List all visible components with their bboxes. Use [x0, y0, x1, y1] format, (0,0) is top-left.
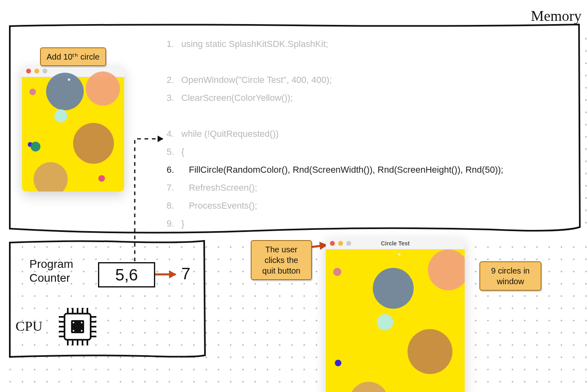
drawn-circle: [29, 89, 36, 95]
cpu-chip-icon: [53, 302, 102, 351]
program-counter-label: Program Counter: [29, 257, 95, 285]
program-counter-next: 7: [181, 265, 190, 283]
svg-point-4: [73, 330, 74, 332]
code-line: 4. while (!QuitRequested()): [167, 125, 503, 143]
sticky-add-circle: Add 10ᵗʰ circle: [40, 47, 106, 66]
drawn-circle: [408, 329, 452, 374]
code-line: 9. }: [167, 215, 503, 233]
drawn-circle: [33, 162, 68, 192]
code-line: 2. OpenWindow("Circle Test", 400, 400);: [167, 71, 503, 89]
drawn-circle: [335, 360, 341, 366]
minimize-icon[interactable]: [34, 69, 39, 74]
drawn-circle: [98, 175, 105, 182]
drawn-circle: [333, 268, 341, 276]
sticky-circle-count: 9 circles in window: [479, 261, 541, 291]
window-title: Circle Test: [326, 240, 465, 247]
drawn-circle: [31, 142, 40, 151]
program-counter-box: 5,6: [98, 262, 155, 287]
code-listing: 1. using static SplashKitSDK.SplashKit; …: [167, 35, 503, 233]
close-icon[interactable]: [26, 69, 31, 74]
svg-point-5: [81, 330, 82, 332]
sticky-user-quit: The user clicks the quit button: [251, 240, 312, 280]
drawn-circle: [349, 382, 388, 392]
code-line: 7. RefreshScreen();: [167, 179, 503, 197]
svg-point-3: [81, 322, 82, 323]
code-line: 5. {: [167, 143, 503, 161]
code-line: 6. FillCircle(RandomColor(), Rnd(ScreenW…: [167, 161, 503, 179]
code-line: [167, 107, 503, 125]
drawn-circle: [398, 253, 401, 256]
drawn-circle: [86, 71, 120, 106]
program-window-large: Circle Test: [326, 238, 465, 392]
memory-label: Memory: [531, 7, 581, 24]
drawn-circle: [46, 73, 84, 110]
drawn-circle: [54, 109, 67, 122]
code-line: 3. ClearScreen(ColorYellow());: [167, 89, 503, 107]
drawn-circle: [428, 249, 465, 290]
drawn-circle: [73, 123, 114, 164]
code-line: [167, 53, 503, 71]
program-window-small: [22, 65, 124, 192]
zoom-icon[interactable]: [42, 69, 47, 74]
code-line: 8. ProcessEvents();: [167, 197, 503, 215]
drawn-circle: [377, 314, 393, 330]
code-line: 1. using static SplashKitSDK.SplashKit;: [167, 35, 503, 53]
cpu-label: CPU: [16, 318, 42, 334]
drawn-circle: [373, 268, 414, 309]
drawn-circle: [68, 78, 70, 81]
svg-point-2: [73, 322, 74, 323]
